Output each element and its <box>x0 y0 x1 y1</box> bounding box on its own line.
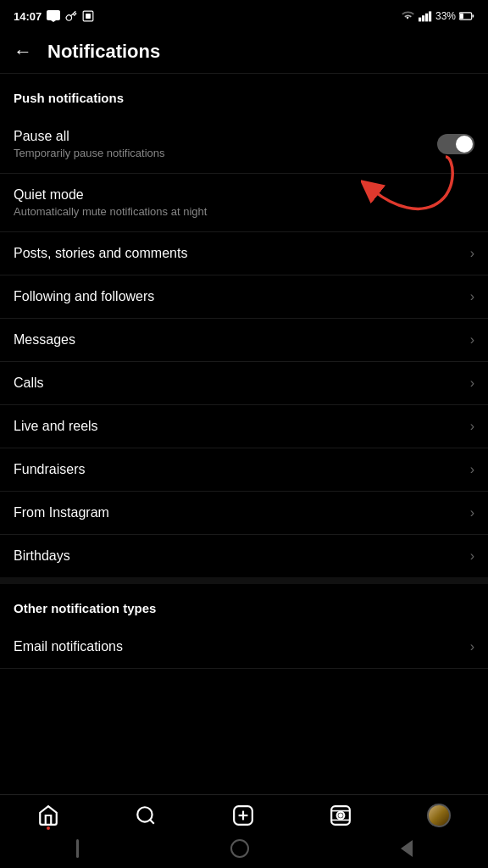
posts-stories-title: Posts, stories and comments <box>14 246 187 261</box>
quiet-mode-title: Quiet mode <box>14 187 474 203</box>
key-icon <box>65 10 77 22</box>
messages-item[interactable]: Messages › <box>0 319 488 361</box>
from-instagram-title: From Instagram <box>14 505 109 520</box>
profile-avatar <box>427 804 451 827</box>
pause-all-toggle[interactable] <box>437 134 474 154</box>
nav-reels[interactable] <box>330 804 352 826</box>
gesture-bar-icon <box>76 839 79 858</box>
wifi-icon <box>400 10 415 22</box>
live-reels-title: Live and reels <box>14 419 98 434</box>
nav-add[interactable] <box>232 804 254 826</box>
add-icon <box>232 804 254 826</box>
quiet-mode-item[interactable]: Quiet mode Automatically mute notificati… <box>0 174 488 231</box>
live-reels-item[interactable]: Live and reels › <box>0 405 488 448</box>
following-followers-title: Following and followers <box>14 289 154 304</box>
fundraisers-item[interactable]: Fundraisers › <box>0 448 488 491</box>
search-icon <box>135 804 157 826</box>
email-notifications-item[interactable]: Email notifications › <box>0 626 488 668</box>
nav-search[interactable] <box>135 804 157 826</box>
messages-title: Messages <box>14 332 75 348</box>
signal-icon <box>419 10 432 22</box>
following-followers-item[interactable]: Following and followers › <box>0 275 488 318</box>
pause-all-item[interactable]: Pause all Temporarily pause notification… <box>0 115 488 173</box>
toggle-knob <box>456 136 473 153</box>
posts-stories-item[interactable]: Posts, stories and comments › <box>0 232 488 275</box>
email-notifications-title: Email notifications <box>14 639 123 654</box>
pause-all-title: Pause all <box>14 129 437 144</box>
nav-profile[interactable] <box>427 804 451 827</box>
birthdays-item[interactable]: Birthdays › <box>0 535 488 577</box>
birthdays-title: Birthdays <box>14 548 70 564</box>
svg-rect-4 <box>425 14 428 22</box>
home-icon <box>37 804 59 826</box>
reels-icon <box>330 804 352 826</box>
chevron-icon: › <box>470 246 474 261</box>
nav-home[interactable] <box>37 804 59 826</box>
calls-title: Calls <box>14 376 44 391</box>
bottom-nav <box>0 794 488 868</box>
svg-rect-7 <box>460 14 463 19</box>
battery-icon <box>459 11 474 21</box>
status-time: 14:07 <box>14 10 94 23</box>
quiet-mode-subtitle: Automatically mute notifications at nigh… <box>14 205 474 218</box>
status-right-icons: 33% <box>400 10 474 22</box>
other-section-header: Other notification types <box>0 584 488 626</box>
svg-point-17 <box>339 814 341 816</box>
svg-rect-1 <box>86 14 91 19</box>
from-instagram-item[interactable]: From Instagram › <box>0 492 488 534</box>
page-title: Notifications <box>47 41 160 63</box>
chevron-icon: › <box>470 332 474 348</box>
screenshot-icon <box>82 10 94 22</box>
bottom-nav-icons <box>0 795 488 832</box>
chevron-icon: › <box>470 289 474 304</box>
chevron-icon: › <box>470 505 474 520</box>
svg-rect-2 <box>419 18 421 22</box>
svg-line-11 <box>150 820 154 824</box>
pause-all-subtitle: Temporarily pause notifications <box>14 147 437 159</box>
calls-item[interactable]: Calls › <box>0 362 488 404</box>
back-button[interactable]: ← <box>14 39 37 64</box>
status-bar: 14:07 33% <box>0 0 488 31</box>
chevron-icon: › <box>470 548 474 564</box>
home-active-dot <box>47 826 50 830</box>
chevron-icon: › <box>470 639 474 654</box>
chat-icon <box>47 10 60 22</box>
top-nav: ← Notifications <box>0 31 488 74</box>
svg-rect-8 <box>473 14 474 17</box>
svg-rect-5 <box>429 11 431 21</box>
gesture-circle-icon <box>230 839 249 858</box>
divider <box>0 668 488 669</box>
chevron-icon: › <box>470 419 474 434</box>
chevron-icon: › <box>470 376 474 391</box>
push-section-header: Push notifications <box>0 74 488 115</box>
content-scroll: Push notifications Pause all Temporarily… <box>0 74 488 754</box>
svg-rect-3 <box>422 15 424 21</box>
gesture-back-icon <box>401 840 413 857</box>
quiet-mode-wrapper: Quiet mode Automatically mute notificati… <box>0 174 488 231</box>
svg-point-10 <box>137 807 152 821</box>
section-divider <box>0 577 488 584</box>
bottom-gesture-bar <box>0 832 488 868</box>
chevron-icon: › <box>470 462 474 477</box>
fundraisers-title: Fundraisers <box>14 462 85 477</box>
